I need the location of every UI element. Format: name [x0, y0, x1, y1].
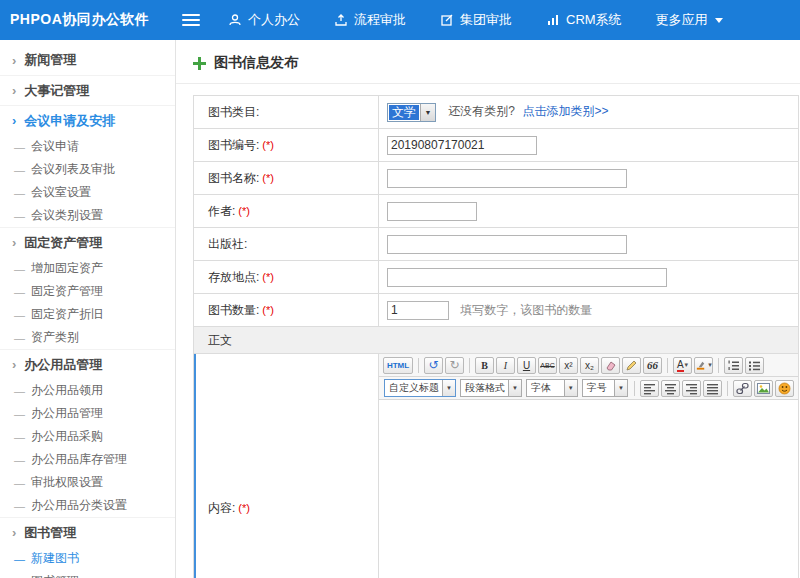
insert-emoticon-button[interactable]: [775, 380, 794, 397]
sidebar-item-book-mgmt[interactable]: ›图书管理: [0, 517, 175, 547]
sidebar-item-memorabilia-mgmt[interactable]: ›大事记管理: [0, 75, 175, 105]
emoticon-icon: [778, 382, 791, 395]
underline-button[interactable]: U: [517, 357, 536, 374]
dropdown-caret-icon: ▼: [508, 380, 521, 396]
location-input[interactable]: [387, 268, 667, 287]
sidebar-item-label: 增加固定资产: [31, 260, 103, 277]
undo-button[interactable]: ↺: [424, 357, 443, 374]
insert-link-button[interactable]: [733, 380, 752, 397]
nav-crm-system[interactable]: CRM系统: [546, 11, 622, 29]
editor-toolbar-row1: HTML ↺ ↻ B I U ABC x² x₂: [379, 354, 798, 377]
blockquote-button[interactable]: 66: [643, 357, 662, 374]
nav-personal-office[interactable]: 个人办公: [228, 11, 300, 29]
sidebar-item-meeting-category-settings[interactable]: —会议类别设置: [0, 204, 175, 227]
form-row-location: 存放地点:(*): [194, 261, 799, 294]
quantity-input[interactable]: [387, 301, 449, 320]
sidebar-item-supplies-manage[interactable]: —办公用品管理: [0, 402, 175, 425]
form-row-category: 图书类目: 文学 ▼ 还没有类别? 点击添加类别>>: [194, 96, 799, 129]
superscript-button[interactable]: x²: [559, 357, 578, 374]
nav-workflow-approval[interactable]: 流程审批: [334, 11, 406, 29]
sidebar-item-meeting-mgmt[interactable]: ›会议申请及安排: [0, 105, 175, 135]
paragraph-format-dropdown[interactable]: 段落格式▼: [460, 379, 522, 397]
eraser-icon: [604, 359, 617, 372]
sidebar-item-asset-depreciation[interactable]: —固定资产折旧: [0, 303, 175, 326]
category-select[interactable]: 文学 ▼: [387, 103, 436, 122]
dropdown-caret-icon: ▾: [685, 361, 689, 369]
font-color-icon: A: [677, 359, 684, 372]
sidebar-item-label: 审批权限设置: [31, 474, 103, 491]
remove-format-button[interactable]: [601, 357, 620, 374]
chevron-right-icon: ›: [12, 113, 16, 128]
format-painter-button[interactable]: [622, 357, 641, 374]
required-mark: (*): [262, 139, 274, 151]
ordered-list-button[interactable]: [724, 357, 743, 374]
sidebar-item-label: 固定资产管理: [24, 234, 102, 252]
sidebar-item-label: 会议申请: [31, 138, 79, 155]
sidebar-item-supplies-claim[interactable]: —办公用品领用: [0, 379, 175, 402]
sidebar-item-label: 资产类别: [31, 329, 79, 346]
custom-title-dropdown[interactable]: 自定义标题▼: [384, 379, 456, 397]
chevron-right-icon: ›: [12, 235, 16, 250]
strikethrough-button[interactable]: ABC: [538, 357, 557, 374]
author-input[interactable]: [387, 202, 477, 221]
sidebar-item-fixed-asset-manage[interactable]: —固定资产管理: [0, 280, 175, 303]
sidebar-item-supplies-inventory[interactable]: —办公用品库存管理: [0, 448, 175, 471]
menu-toggle-icon[interactable]: [182, 11, 200, 29]
sidebar-item-supplies-purchase[interactable]: —办公用品采购: [0, 425, 175, 448]
content-label: 内容:(*): [194, 354, 379, 578]
sidebar-item-news-mgmt[interactable]: ›新闻管理: [0, 45, 175, 75]
book-no-input[interactable]: [387, 136, 537, 155]
sidebar-item-office-supplies-mgmt[interactable]: ›办公用品管理: [0, 349, 175, 379]
highlight-color-button[interactable]: ▾: [694, 357, 713, 374]
no-category-text: 还没有类别?: [448, 104, 515, 118]
form-row-quantity: 图书数量:(*) 填写数字，该图书的数量: [194, 294, 799, 327]
required-mark: (*): [238, 205, 250, 217]
sidebar-item-label: 固定资产管理: [31, 283, 103, 300]
font-family-dropdown[interactable]: 字体▼: [526, 379, 578, 397]
sidebar-item-meeting-apply[interactable]: —会议申请: [0, 135, 175, 158]
redo-button[interactable]: ↻: [445, 357, 464, 374]
dash-icon: —: [14, 385, 25, 397]
nav-group-approval[interactable]: 集团审批: [440, 11, 512, 29]
italic-button[interactable]: I: [496, 357, 515, 374]
book-no-label: 图书编号:(*): [194, 129, 379, 162]
publisher-input[interactable]: [387, 235, 627, 254]
format-painter-icon: [625, 359, 638, 372]
align-left-button[interactable]: [640, 380, 659, 397]
align-justify-button[interactable]: [703, 380, 722, 397]
dropdown-label: 字体: [531, 381, 551, 395]
sidebar-item-supplies-classification[interactable]: —办公用品分类设置: [0, 494, 175, 517]
dash-icon: —: [14, 309, 25, 321]
sidebar-item-label: 办公用品采购: [31, 428, 103, 445]
dash-icon: —: [14, 408, 25, 420]
form-row-author: 作者:(*): [194, 195, 799, 228]
bold-button[interactable]: B: [475, 357, 494, 374]
add-category-link[interactable]: 点击添加类别>>: [522, 104, 608, 118]
sidebar-item-approval-permission-settings[interactable]: —审批权限设置: [0, 471, 175, 494]
author-label: 作者:(*): [194, 195, 379, 228]
unordered-list-button[interactable]: [745, 357, 764, 374]
font-color-button[interactable]: A▾: [673, 357, 692, 374]
sidebar-item-add-fixed-asset[interactable]: —增加固定资产: [0, 257, 175, 280]
dash-icon: —: [14, 263, 25, 275]
sidebar-item-meeting-list[interactable]: —会议列表及审批: [0, 158, 175, 181]
sidebar-item-new-book[interactable]: —新建图书: [0, 547, 175, 570]
sidebar-item-meeting-room-settings[interactable]: —会议室设置: [0, 181, 175, 204]
sidebar-item-asset-category[interactable]: —资产类别: [0, 326, 175, 349]
nav-more-apps[interactable]: 更多应用: [656, 11, 723, 29]
toolbar-separator: [469, 358, 470, 373]
html-source-button[interactable]: HTML: [383, 357, 413, 374]
sidebar-item-fixed-assets-mgmt[interactable]: ›固定资产管理: [0, 227, 175, 257]
subscript-button[interactable]: x₂: [580, 357, 599, 374]
editor-content-area[interactable]: [379, 400, 798, 578]
dropdown-caret-icon: ▼: [564, 380, 577, 396]
dropdown-caret-icon: ▼: [442, 380, 455, 396]
book-name-input[interactable]: [387, 169, 627, 188]
quantity-label: 图书数量:(*): [194, 294, 379, 327]
book-name-label: 图书名称:(*): [194, 162, 379, 195]
align-right-button[interactable]: [682, 380, 701, 397]
insert-image-button[interactable]: [754, 380, 773, 397]
font-size-dropdown[interactable]: 字号▼: [582, 379, 628, 397]
sidebar-item-book-manage[interactable]: —图书管理: [0, 570, 175, 578]
align-center-button[interactable]: [661, 380, 680, 397]
